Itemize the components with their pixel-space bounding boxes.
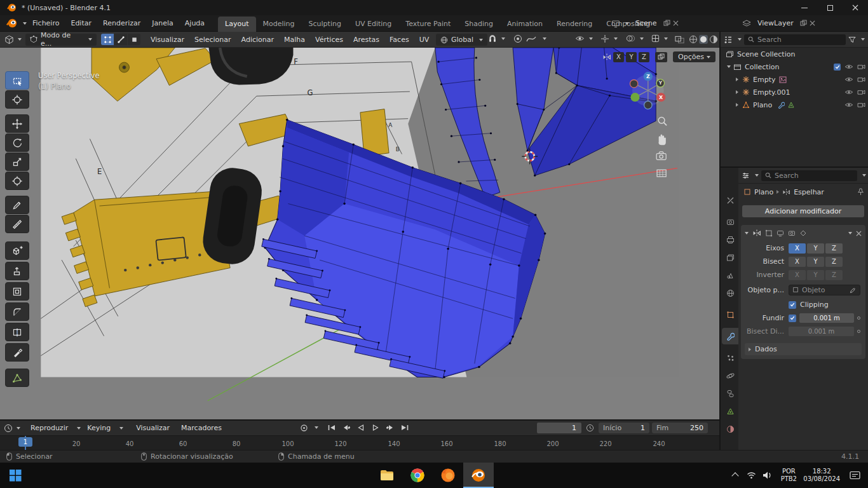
flip-z-button[interactable]: Z xyxy=(825,270,843,280)
tab-rendering[interactable]: Rendering xyxy=(550,17,599,32)
camera-icon[interactable] xyxy=(857,76,865,83)
menu-keying[interactable]: Keying xyxy=(82,424,116,432)
add-modifier-button[interactable]: Adicionar modificador xyxy=(742,205,864,217)
menu-visualizar-timeline[interactable]: Visualizar xyxy=(131,424,175,432)
tool-annotate[interactable] xyxy=(5,196,29,214)
jump-to-end-button[interactable] xyxy=(398,422,411,433)
network-icon[interactable] xyxy=(747,471,756,479)
properties-editor-caret[interactable] xyxy=(755,174,759,177)
shading-dropdown[interactable] xyxy=(651,34,668,43)
taskbar-file-explorer[interactable] xyxy=(372,463,402,488)
bisect-x-button[interactable]: X xyxy=(789,257,806,267)
menu-visualizar[interactable]: Visualizar xyxy=(146,36,189,44)
menu-janela[interactable]: Janela xyxy=(146,15,179,32)
new-scene-icon[interactable] xyxy=(663,20,670,27)
mirror-x-button[interactable]: X xyxy=(613,52,624,62)
tab-animation[interactable]: Animation xyxy=(500,17,550,32)
eye-icon[interactable] xyxy=(844,76,853,83)
menu-uv[interactable]: UV xyxy=(414,36,435,44)
bisect-y-button[interactable]: Y xyxy=(807,257,824,267)
tab-render[interactable] xyxy=(722,214,738,230)
notification-center-icon[interactable] xyxy=(850,471,860,480)
mirror-z-button[interactable]: Z xyxy=(639,52,649,62)
orientation-dropdown[interactable]: Global xyxy=(436,34,487,46)
vertex-select-button[interactable] xyxy=(101,34,114,45)
menu-marcadores[interactable]: Marcadores xyxy=(176,424,227,432)
clock-tray[interactable]: 18:32 03/08/2024 xyxy=(803,468,840,483)
tool-measure[interactable] xyxy=(5,215,29,233)
camera-icon[interactable] xyxy=(857,64,865,70)
data-subpanel-header[interactable]: Dados xyxy=(745,343,862,355)
outliner-row-empty-001[interactable]: Empty.001 xyxy=(721,86,868,98)
tab-modifiers[interactable] xyxy=(722,328,738,344)
edit-mode-toggle-icon[interactable] xyxy=(765,229,773,237)
tab-uv-editing[interactable]: UV Editing xyxy=(348,17,398,32)
menu-selecionar[interactable]: Selecionar xyxy=(189,36,236,44)
menu-adicionar[interactable]: Adicionar xyxy=(236,36,279,44)
visibility-dropdown[interactable] xyxy=(575,34,593,43)
tool-select-box[interactable] xyxy=(5,71,29,90)
tab-physics[interactable] xyxy=(722,367,738,384)
tool-transform[interactable] xyxy=(5,172,29,190)
tab-particles[interactable] xyxy=(722,349,738,366)
bisect-distance-decorator[interactable] xyxy=(857,330,860,333)
maximize-button[interactable] xyxy=(817,0,843,15)
mirror-y-button[interactable]: Y xyxy=(626,52,637,62)
tab-world[interactable] xyxy=(722,285,738,301)
tool-settings-icon-button[interactable] xyxy=(655,52,667,62)
minimize-button[interactable] xyxy=(792,0,817,15)
close-button[interactable] xyxy=(843,0,868,15)
tool-extrude[interactable] xyxy=(5,262,29,280)
frame-end-field[interactable]: Fim 250 xyxy=(652,423,708,433)
tool-move[interactable] xyxy=(5,114,29,133)
pin-icon[interactable] xyxy=(857,188,864,196)
volume-icon[interactable] xyxy=(763,471,771,479)
outliner-row-collection[interactable]: Collection xyxy=(721,60,868,73)
menu-ficheiro[interactable]: Ficheiro xyxy=(27,15,65,32)
timeline-editor-icon[interactable] xyxy=(4,424,13,433)
play-reverse-button[interactable] xyxy=(354,422,367,433)
menu-ajuda[interactable]: Ajuda xyxy=(179,15,210,32)
face-select-button[interactable] xyxy=(128,34,140,45)
tab-material[interactable] xyxy=(722,421,738,437)
tab-shading[interactable]: Shading xyxy=(458,17,500,32)
menu-vertices[interactable]: Vértices xyxy=(310,36,348,44)
flip-y-button[interactable]: Y xyxy=(807,270,824,280)
viewlayer-selector[interactable]: ViewLayer xyxy=(742,19,815,28)
eye-icon[interactable] xyxy=(844,89,853,95)
filter-icon[interactable] xyxy=(848,36,856,43)
tool-loop-cut[interactable] xyxy=(5,323,29,341)
start-button[interactable] xyxy=(0,463,31,488)
axis-y-button[interactable]: Y xyxy=(807,243,824,254)
tool-poly-build[interactable] xyxy=(5,369,29,387)
tool-rotate[interactable] xyxy=(5,133,29,152)
filter-caret[interactable] xyxy=(861,38,865,41)
gizmo-minus-z-handle[interactable] xyxy=(644,101,652,109)
timeline-ruler[interactable]: 20 40 60 80 100 120 140 160 180 200 220 … xyxy=(0,435,719,450)
menu-reproduzir[interactable]: Reproduzir xyxy=(25,424,73,432)
tool-inset[interactable] xyxy=(5,282,29,301)
tab-constraints[interactable] xyxy=(722,385,738,402)
tab-texture-paint[interactable]: Texture Paint xyxy=(398,17,458,32)
jump-to-prev-keyframe-button[interactable] xyxy=(339,422,353,433)
modifier-extras-caret[interactable] xyxy=(848,232,852,234)
options-dropdown[interactable]: Opções xyxy=(673,51,715,62)
edge-select-button[interactable] xyxy=(114,34,127,45)
outliner-row-plano[interactable]: Plano xyxy=(721,98,868,111)
tool-add-cube[interactable] xyxy=(5,241,29,260)
menu-malha[interactable]: Malha xyxy=(279,36,310,44)
gizmo-minus-x-handle[interactable] xyxy=(630,80,637,88)
flip-x-button[interactable]: X xyxy=(789,270,806,280)
language-indicator[interactable]: POR PTB2 xyxy=(781,468,797,483)
snap-toggle[interactable] xyxy=(488,34,505,43)
playhead-marker[interactable]: 1 xyxy=(18,437,32,447)
taskbar-firefox[interactable] xyxy=(433,463,463,488)
modifier-expand-caret[interactable] xyxy=(745,232,749,234)
frame-start-field[interactable]: Início 1 xyxy=(599,423,649,433)
clipping-checkbox[interactable] xyxy=(789,301,796,309)
tab-layout[interactable]: Layout xyxy=(218,17,255,32)
jump-to-next-keyframe-button[interactable] xyxy=(383,422,397,433)
axis-x-button[interactable]: X xyxy=(789,243,806,254)
unlink-scene-icon[interactable] xyxy=(673,20,679,26)
outliner-search-input[interactable]: Search xyxy=(744,34,846,45)
